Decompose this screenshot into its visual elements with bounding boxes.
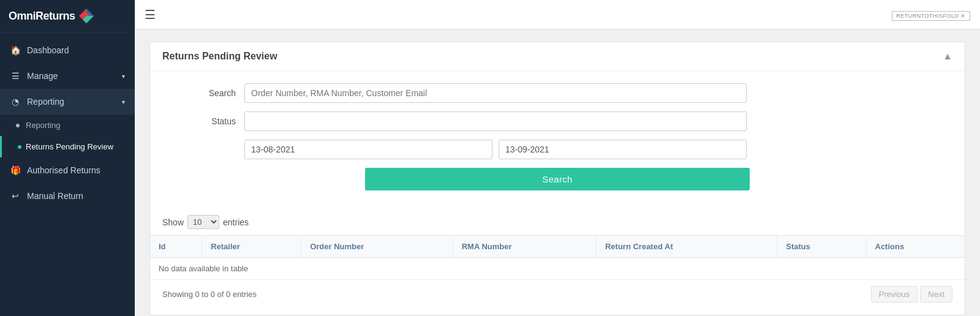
logo-icon <box>78 7 95 24</box>
manual-return-icon: ↩ <box>10 190 21 201</box>
manage-icon: ☰ <box>10 70 21 81</box>
sidebar-item-reporting-label: Reporting <box>27 97 64 107</box>
data-table: Id Retailer Order Number RMA Number Retu… <box>150 235 965 280</box>
date-to-input[interactable]: 13-09-2021 <box>499 140 747 159</box>
showing-text: Showing 0 to 0 of 0 entries <box>162 290 257 299</box>
brand-name: OmniReturns <box>9 10 75 23</box>
col-rma-number: RMA Number <box>453 236 596 258</box>
previous-button[interactable]: Previous <box>871 286 918 303</box>
topbar: ☰ RETURNTOTHISFOLD ✕ <box>135 0 980 29</box>
col-status: Status <box>777 236 866 258</box>
show-label: Show <box>162 217 184 227</box>
date-from-input[interactable]: 13-08-2021 <box>244 140 492 159</box>
sidebar: OmniReturns 🏠 Dashboard ☰ Manage ▾ ◔ Rep… <box>0 0 135 316</box>
entries-select[interactable]: 10 25 50 100 <box>187 215 219 229</box>
sidebar-sub-reporting-label: Reporting <box>26 121 60 130</box>
chevron-down-icon: ▾ <box>122 73 125 80</box>
col-order-number: Order Number <box>301 236 453 258</box>
col-id: Id <box>150 236 202 258</box>
search-button-row: Search <box>187 168 928 190</box>
hamburger-button[interactable]: ☰ <box>145 7 156 22</box>
sidebar-item-dashboard[interactable]: 🏠 Dashboard <box>0 37 135 63</box>
entries-label: entries <box>223 217 249 227</box>
table-header-row: Id Retailer Order Number RMA Number Retu… <box>150 236 965 258</box>
col-retailer: Retailer <box>202 236 301 258</box>
sidebar-item-manage[interactable]: ☰ Manage ▾ <box>0 63 135 89</box>
date-range-row: 13-08-2021 13-09-2021 <box>244 140 747 159</box>
dashboard-icon: 🏠 <box>10 45 21 56</box>
table-controls: Show 10 25 50 100 entries <box>150 215 965 235</box>
col-actions: Actions <box>866 236 965 258</box>
page-title: Returns Pending Review <box>162 51 277 62</box>
pagination-row: Showing 0 to 0 of 0 entries Previous Nex… <box>150 280 965 303</box>
partner-badge: RETURNTOTHISFOLD ✕ <box>892 11 970 21</box>
search-input[interactable] <box>244 83 747 103</box>
table-no-data-row: No data available in table <box>150 258 965 280</box>
status-row: Status <box>187 111 928 131</box>
pagination-buttons: Previous Next <box>871 286 952 303</box>
sidebar-item-authorised-returns[interactable]: 🎁 Authorised Returns <box>0 157 135 183</box>
authorised-returns-icon: 🎁 <box>10 165 21 176</box>
search-label: Search <box>187 88 236 98</box>
sidebar-item-manage-label: Manage <box>27 71 58 81</box>
page-header: Returns Pending Review ▲ <box>150 42 965 71</box>
chevron-down-icon-reporting: ▾ <box>122 99 125 105</box>
search-button[interactable]: Search <box>365 168 750 190</box>
col-return-created-at: Return Created At <box>596 236 777 258</box>
sidebar-sub-returns-pending[interactable]: Returns Pending Review <box>0 136 135 157</box>
sidebar-sub-reporting[interactable]: Reporting <box>0 115 135 136</box>
sidebar-item-manual-return[interactable]: ↩ Manual Return <box>0 183 135 209</box>
reporting-icon: ◔ <box>10 96 21 107</box>
sidebar-item-authorised-returns-label: Authorised Returns <box>27 165 100 175</box>
search-form: Search Status 13-08-2021 13-09-2021 Sear… <box>150 71 965 215</box>
sidebar-item-manual-return-label: Manual Return <box>27 191 83 201</box>
status-input[interactable] <box>244 111 747 131</box>
sidebar-sub-returns-pending-label: Returns Pending Review <box>26 142 113 151</box>
nav-menu: 🏠 Dashboard ☰ Manage ▾ ◔ Reporting ▾ Rep… <box>0 32 135 316</box>
next-button[interactable]: Next <box>920 286 952 303</box>
sidebar-item-dashboard-label: Dashboard <box>27 45 69 55</box>
search-row: Search <box>187 83 928 103</box>
logo-container: OmniReturns <box>0 0 135 32</box>
sidebar-item-reporting[interactable]: ◔ Reporting ▾ <box>0 89 135 115</box>
collapse-button[interactable]: ▲ <box>943 51 952 62</box>
status-label: Status <box>187 116 236 126</box>
no-data-message: No data available in table <box>150 258 965 280</box>
main-area: ☰ RETURNTOTHISFOLD ✕ Returns Pending Rev… <box>135 0 980 316</box>
content-area: Returns Pending Review ▲ Search Status 1… <box>135 29 980 316</box>
topbar-right: RETURNTOTHISFOLD ✕ <box>892 10 970 20</box>
page-card: Returns Pending Review ▲ Search Status 1… <box>149 42 965 315</box>
